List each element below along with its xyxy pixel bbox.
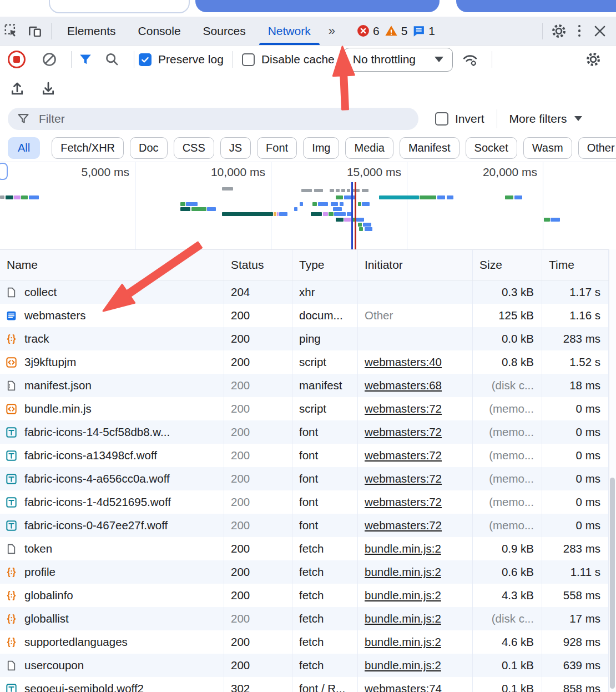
network-overview-timeline[interactable]: 5,000 ms10,000 ms15,000 ms20,000 ms <box>0 162 616 249</box>
request-initiator[interactable]: webmasters:72 <box>365 495 442 509</box>
chip-socket[interactable]: Socket <box>466 137 517 159</box>
error-badge[interactable]: 6 <box>356 24 380 38</box>
request-initiator[interactable]: webmasters:74 <box>365 682 442 692</box>
chip-manifest[interactable]: Manifest <box>400 137 460 159</box>
column-header-name[interactable]: Name <box>0 250 224 280</box>
warning-badge[interactable]: 5 <box>384 24 408 38</box>
request-name: manifest.json <box>24 379 92 392</box>
chip-font[interactable]: Font <box>257 137 297 159</box>
chip-js[interactable]: JS <box>220 137 251 159</box>
overview-drag-handle[interactable] <box>0 163 8 180</box>
tab-network[interactable]: Network <box>257 17 322 45</box>
table-row[interactable]: 3j9kftupjm 200 script webmasters:40 0.8 … <box>0 350 609 374</box>
scrollbar-track[interactable] <box>609 249 616 692</box>
import-har-icon[interactable] <box>8 79 27 98</box>
table-row[interactable]: fabric-icons-1-4d521695.woff 200 font we… <box>0 490 609 514</box>
request-initiator[interactable]: bundle.min.js:2 <box>365 542 441 555</box>
request-initiator[interactable]: webmasters:40 <box>365 355 442 369</box>
table-row[interactable]: bundle.min.js 200 script webmasters:72 (… <box>0 397 609 420</box>
column-header-initiator[interactable]: Initiator <box>358 250 473 280</box>
throttling-value: No throttling <box>353 53 416 66</box>
warning-count: 5 <box>401 24 408 38</box>
scrollbar-thumb[interactable] <box>610 478 615 689</box>
chip-all[interactable]: All <box>8 137 40 159</box>
settings-gear-icon[interactable] <box>547 20 570 42</box>
table-row[interactable]: supportedlanguages 200 fetch bundle.min.… <box>0 630 609 654</box>
network-conditions-icon[interactable] <box>461 50 479 69</box>
request-type: manifest <box>292 374 358 397</box>
request-initiator[interactable]: webmasters:72 <box>365 472 442 485</box>
column-header-status[interactable]: Status <box>224 250 292 280</box>
request-initiator[interactable]: bundle.min.js:2 <box>365 659 441 672</box>
table-row[interactable]: globallist 200 fetch bundle.min.js:2 (di… <box>0 607 609 630</box>
clear-network-log-icon[interactable] <box>40 50 59 69</box>
request-initiator[interactable]: bundle.min.js:2 <box>365 635 441 649</box>
inspect-element-icon[interactable] <box>0 20 23 42</box>
table-row[interactable]: globalinfo 200 fetch bundle.min.js:2 4.3… <box>0 584 609 607</box>
chip-fetch-xhr[interactable]: Fetch/XHR <box>52 137 124 159</box>
request-initiator[interactable]: webmasters:72 <box>365 519 442 532</box>
chip-media[interactable]: Media <box>345 137 393 159</box>
request-initiator[interactable]: webmasters:72 <box>365 402 442 415</box>
preserve-log-checkbox[interactable] <box>139 53 152 66</box>
more-panels-icon[interactable]: » <box>322 24 341 38</box>
request-initiator[interactable]: bundle.min.js:2 <box>365 565 441 579</box>
table-row[interactable]: segoeui-semibold.woff2 302 font / R... w… <box>0 677 609 692</box>
chip-img[interactable]: Img <box>303 137 339 159</box>
device-toolbar-icon[interactable] <box>23 20 47 42</box>
waterfall-bar <box>294 207 297 211</box>
table-row[interactable]: usercoupon 200 fetch bundle.min.js:2 0.1… <box>0 654 609 677</box>
table-row[interactable]: track 200 ping 0.0 kB 283 ms <box>0 327 609 350</box>
request-initiator[interactable]: Other <box>365 309 393 322</box>
table-row[interactable]: fabric-icons-a13498cf.woff 200 font webm… <box>0 444 609 467</box>
export-har-icon[interactable] <box>39 79 58 98</box>
table-row[interactable]: fabric-icons-14-5cf58db8.w... 200 font w… <box>0 420 609 444</box>
table-row[interactable]: profile 200 fetch bundle.min.js:2 0.6 kB… <box>0 560 609 584</box>
table-row[interactable]: fabric-icons-4-a656cc0a.woff 200 font we… <box>0 467 609 490</box>
table-row[interactable]: token 200 fetch bundle.min.js:2 0.9 kB 2… <box>0 537 609 560</box>
filter-input[interactable] <box>38 112 414 126</box>
close-devtools-icon[interactable] <box>588 20 612 42</box>
request-initiator[interactable]: bundle.min.js:2 <box>365 589 441 602</box>
tab-console[interactable]: Console <box>127 17 192 45</box>
table-row[interactable]: collect 204 xhr 0.3 kB 1.17 s <box>0 280 609 304</box>
table-row[interactable]: fabric-icons-0-467ee27f.woff 200 font we… <box>0 514 609 537</box>
chip-wasm[interactable]: Wasm <box>523 137 572 159</box>
table-row[interactable]: webmasters 200 docum... Other 125 kB 1.1… <box>0 304 609 327</box>
filter-toggle-icon[interactable] <box>76 50 95 69</box>
table-row[interactable]: manifest.json 200 manifest webmasters:68… <box>0 374 609 397</box>
request-initiator[interactable]: bundle.min.js:2 <box>365 612 441 625</box>
record-network-log-button[interactable] <box>8 51 26 68</box>
request-type: fetch <box>292 654 358 677</box>
column-header-size[interactable]: Size <box>473 250 542 280</box>
tab-elements[interactable]: Elements <box>56 17 127 45</box>
document-icon <box>6 660 17 671</box>
invert-label[interactable]: Invert <box>455 112 484 126</box>
search-icon[interactable] <box>103 50 122 69</box>
chip-css[interactable]: CSS <box>174 137 214 159</box>
more-filters-button[interactable]: More filters <box>509 112 583 126</box>
preserve-log-label[interactable]: Preserve log <box>158 53 224 66</box>
invert-checkbox[interactable] <box>435 112 448 126</box>
filter-field[interactable] <box>8 108 418 130</box>
chip-doc[interactable]: Doc <box>130 137 168 159</box>
throttling-select[interactable]: No throttling <box>344 48 453 72</box>
waterfall-bar <box>180 207 190 211</box>
waterfall-bar <box>312 202 317 206</box>
column-header-time[interactable]: Time <box>542 250 609 280</box>
tab-sources[interactable]: Sources <box>192 17 257 45</box>
network-settings-gear-icon[interactable] <box>584 50 603 69</box>
request-initiator[interactable]: webmasters:72 <box>365 449 442 462</box>
request-status: 200 <box>224 514 292 537</box>
dcl-marker <box>351 182 353 249</box>
request-initiator[interactable]: webmasters:68 <box>365 379 442 392</box>
error-icon <box>356 24 370 38</box>
more-options-kebab-icon[interactable] <box>570 25 589 37</box>
request-initiator[interactable]: webmasters:72 <box>365 425 442 439</box>
disable-cache-label[interactable]: Disable cache <box>261 53 335 66</box>
chip-other[interactable]: Other <box>578 137 616 159</box>
request-name: 3j9kftupjm <box>24 355 76 369</box>
disable-cache-checkbox[interactable] <box>242 53 255 66</box>
issue-badge[interactable]: 1 <box>412 24 435 38</box>
column-header-type[interactable]: Type <box>292 250 358 280</box>
